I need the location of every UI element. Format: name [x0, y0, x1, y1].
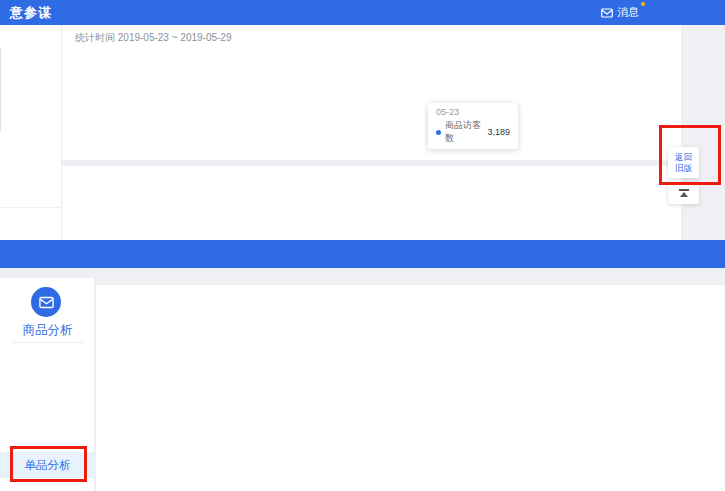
- mail-icon: [601, 8, 613, 18]
- back-to-old-version-button[interactable]: 返回 旧版: [668, 147, 699, 178]
- chart-tooltip: 05-23 商品访客数 3,189: [428, 103, 518, 149]
- product-sidebar: 商品分析 单品分析: [0, 278, 95, 491]
- bottom-navbar: [0, 240, 725, 268]
- messages-label: 消息: [617, 5, 639, 20]
- tooltip-series-name: 商品访客数: [445, 119, 483, 145]
- back-to-top-icon: [679, 189, 689, 197]
- badge-dot-icon: [641, 2, 645, 6]
- product-analysis-module-icon: [31, 287, 61, 317]
- brand-logo: 意参谋: [10, 4, 52, 22]
- sidebar-divider: [0, 207, 62, 208]
- top-navbar: 意参谋 消息: [0, 0, 725, 25]
- sycm-dashboard-screenshot: 意参谋 消息 统计时间 2019-05-23 ~ 2019-05-29 05-2…: [0, 0, 725, 491]
- all-products-ranking-card: [62, 166, 681, 240]
- sidebar-item-active[interactable]: 单品分析: [0, 452, 95, 478]
- single-product-analysis-panel: [96, 285, 725, 491]
- product-analysis-section: 商品分析 单品分析 单品分析 请输入您店铺内商品的关键词、商品ID 或粘贴商品U…: [0, 240, 725, 491]
- sidebar-divider: [12, 342, 83, 343]
- chart-hover-line: [0, 48, 1, 132]
- tooltip-value: 3,189: [487, 127, 510, 137]
- tooltip-date: 05-23: [436, 107, 510, 117]
- statistics-period-label: 统计时间 2019-05-23 ~ 2019-05-29: [75, 31, 231, 45]
- category-sidebar: [0, 25, 62, 240]
- category-dashboard-section: 意参谋 消息 统计时间 2019-05-23 ~ 2019-05-29 05-2…: [0, 0, 725, 240]
- series-marker-icon: [436, 130, 441, 135]
- messages-button[interactable]: 消息: [601, 5, 639, 20]
- back-to-top-button[interactable]: [668, 182, 699, 204]
- sidebar-module-title: 商品分析: [0, 322, 95, 339]
- traffic-trend-card: [62, 25, 681, 160]
